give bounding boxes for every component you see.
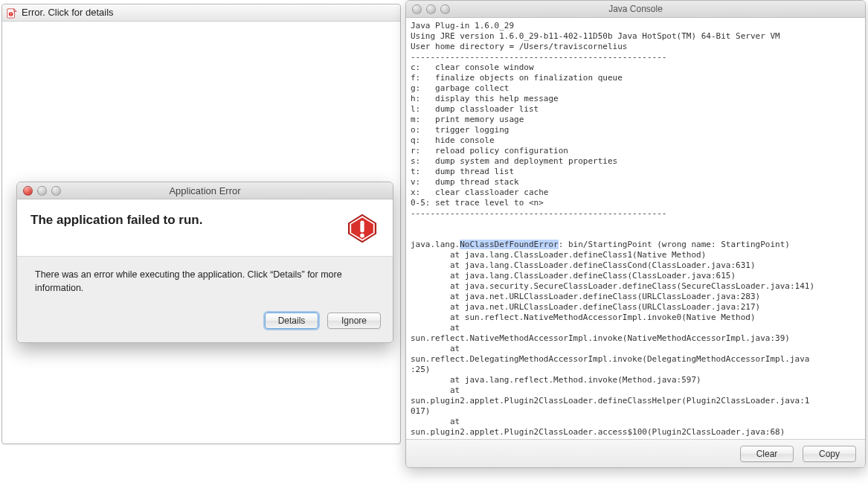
svg-rect-6 — [360, 221, 364, 233]
close-window-button[interactable] — [412, 4, 422, 14]
ignore-button[interactable]: Ignore — [327, 313, 381, 329]
dialog-message: There was an error while executing the a… — [17, 256, 393, 302]
close-window-button[interactable] — [23, 186, 33, 196]
java-console-window: Java Console Java Plug-in 1.6.0_29 Using… — [405, 0, 866, 468]
details-button[interactable]: Details — [265, 313, 318, 329]
console-output-scroll[interactable]: Java Plug-in 1.6.0_29 Using JRE version … — [406, 18, 865, 439]
console-footer: Clear Copy — [406, 439, 865, 467]
dialog-titlebar[interactable]: Application Error — [17, 182, 393, 199]
minimize-window-button[interactable] — [426, 4, 436, 14]
dialog-title: Application Error — [169, 185, 240, 196]
svg-rect-3 — [10, 15, 11, 16]
minimize-window-button — [37, 186, 47, 196]
traffic-lights — [23, 186, 61, 196]
application-error-dialog: Application Error The application failed… — [16, 182, 393, 343]
console-titlebar[interactable]: Java Console — [406, 1, 865, 18]
background-window-titlebar: Error. Click for details — [2, 4, 400, 22]
svg-rect-2 — [10, 13, 11, 15]
background-window-title: Error. Click for details — [22, 4, 114, 21]
zoom-window-button — [51, 186, 61, 196]
clear-button[interactable]: Clear — [740, 446, 794, 462]
console-output[interactable]: Java Plug-in 1.6.0_29 Using JRE version … — [406, 18, 865, 439]
alert-icon — [347, 213, 378, 244]
copy-button[interactable]: Copy — [803, 446, 856, 462]
dialog-heading: The application failed to run. — [30, 213, 338, 228]
error-page-icon — [7, 7, 17, 18]
dialog-button-row: Details Ignore — [17, 302, 393, 342]
zoom-window-button[interactable] — [440, 4, 450, 14]
console-title: Java Console — [608, 4, 663, 14]
traffic-lights — [412, 4, 450, 14]
svg-point-7 — [360, 234, 364, 238]
